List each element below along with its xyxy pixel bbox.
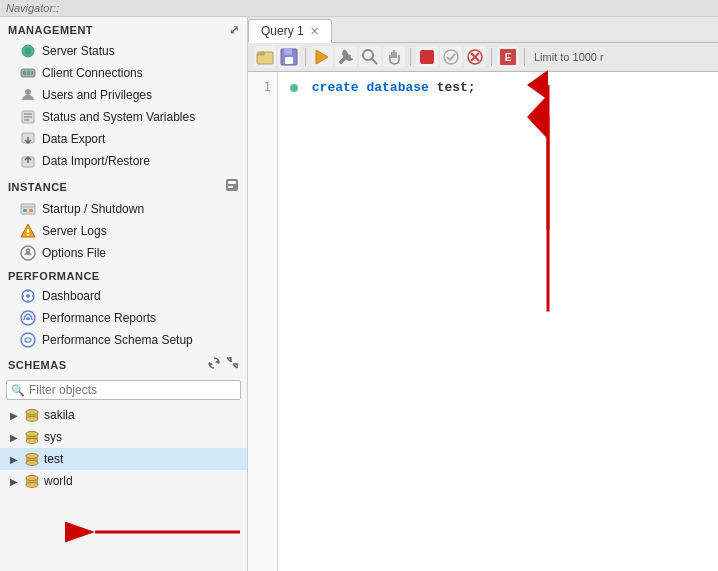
options-file-icon xyxy=(20,245,36,261)
check-button[interactable] xyxy=(440,46,462,68)
users-icon xyxy=(20,87,36,103)
hand-button[interactable] xyxy=(383,46,405,68)
svg-point-59 xyxy=(363,50,373,60)
database-icon-world xyxy=(24,473,40,489)
server-logs-icon xyxy=(20,223,36,239)
svg-rect-15 xyxy=(228,186,233,188)
sidebar-item-server-status[interactable]: Server Status xyxy=(0,40,247,62)
svg-rect-3 xyxy=(23,71,26,75)
schemas-refresh-icon[interactable] xyxy=(207,356,221,373)
tools-button[interactable] xyxy=(335,46,357,68)
svg-marker-31 xyxy=(209,362,213,366)
sidebar-item-client-connections[interactable]: Client Connections xyxy=(0,62,247,84)
svg-rect-61 xyxy=(420,50,434,64)
sidebar-item-options-file[interactable]: Options File xyxy=(0,242,247,264)
sidebar-item-startup-shutdown[interactable]: Startup / Shutdown xyxy=(0,198,247,220)
sidebar-item-performance-reports[interactable]: Performance Reports xyxy=(0,307,247,329)
svg-rect-4 xyxy=(27,71,30,75)
toolbar-sep-4 xyxy=(524,48,525,66)
database-icon-sys xyxy=(24,429,40,445)
main-content: Query 1 ✕ xyxy=(248,17,718,571)
schema-item-test[interactable]: ▶ test xyxy=(0,448,247,470)
instance-icon xyxy=(225,178,239,195)
performance-reports-icon xyxy=(20,310,36,326)
toolbar: E Limit to 1000 r xyxy=(248,43,718,72)
schema-item-sys[interactable]: ▶ sys xyxy=(0,426,247,448)
toolbar-sep-3 xyxy=(491,48,492,66)
tab-bar: Query 1 ✕ xyxy=(248,17,718,43)
svg-point-25 xyxy=(26,294,30,298)
title-bar: Navigator:: xyxy=(0,0,718,17)
svg-point-51 xyxy=(26,482,38,487)
editor-content[interactable]: create database test; xyxy=(278,72,718,571)
svg-point-36 xyxy=(26,416,38,421)
schema-expand-arrow-test[interactable]: ▶ xyxy=(10,454,20,465)
svg-rect-19 xyxy=(29,209,33,212)
svg-point-6 xyxy=(25,89,31,95)
execute-button[interactable] xyxy=(311,46,333,68)
dashboard-icon xyxy=(20,288,36,304)
svg-marker-58 xyxy=(316,50,328,64)
database-icon-sakila xyxy=(24,407,40,423)
data-import-icon xyxy=(20,153,36,169)
schema-item-world[interactable]: ▶ world xyxy=(0,470,247,492)
svg-rect-18 xyxy=(23,209,27,212)
sidebar-item-server-logs[interactable]: Server Logs xyxy=(0,220,247,242)
svg-point-62 xyxy=(444,50,458,64)
open-file-button[interactable] xyxy=(254,46,276,68)
svg-text:E: E xyxy=(505,52,512,63)
database-icon-test xyxy=(24,451,40,467)
schemas-header: SCHEMAS xyxy=(0,351,247,376)
save-button[interactable] xyxy=(278,46,300,68)
search-button[interactable] xyxy=(359,46,381,68)
limit-label: Limit to 1000 r xyxy=(534,51,604,63)
navigator-label: Navigator:: xyxy=(6,2,59,14)
svg-point-48 xyxy=(26,453,38,458)
svg-marker-30 xyxy=(215,360,219,364)
svg-rect-14 xyxy=(228,181,236,184)
sidebar-item-data-export[interactable]: Data Export xyxy=(0,128,247,150)
sidebar-item-data-import[interactable]: Data Import/Restore xyxy=(0,150,247,172)
toolbar-sep-2 xyxy=(410,48,411,66)
sidebar-item-dashboard[interactable]: Dashboard xyxy=(0,285,247,307)
sidebar-item-users-and-privileges[interactable]: Users and Privileges xyxy=(0,84,247,106)
schema-expand-arrow-sakila[interactable]: ▶ xyxy=(10,410,20,421)
cancel-button[interactable] xyxy=(464,46,486,68)
sidebar-item-performance-schema[interactable]: Performance Schema Setup xyxy=(0,329,247,351)
tab-query1[interactable]: Query 1 ✕ xyxy=(248,19,332,43)
stop-button[interactable] xyxy=(416,46,438,68)
svg-point-22 xyxy=(27,234,29,236)
filter-search-icon: 🔍 xyxy=(11,384,25,397)
performance-schema-icon xyxy=(20,332,36,348)
line-numbers: 1 xyxy=(248,72,278,571)
filter-input[interactable] xyxy=(29,383,236,397)
sidebar-item-status-system-variables[interactable]: Status and System Variables xyxy=(0,106,247,128)
tab-close-button[interactable]: ✕ xyxy=(310,25,319,38)
svg-point-38 xyxy=(26,409,38,414)
toolbar-sep-1 xyxy=(305,48,306,66)
management-header: MANAGEMENT ⤢ xyxy=(0,17,247,40)
svg-rect-56 xyxy=(284,49,292,55)
schema-item-sakila[interactable]: ▶ sakila xyxy=(0,404,247,426)
svg-point-46 xyxy=(26,460,38,465)
filter-box[interactable]: 🔍 xyxy=(6,380,241,400)
performance-header: PERFORMANCE xyxy=(0,264,247,285)
management-expand-icon[interactable]: ⤢ xyxy=(229,23,240,37)
svg-rect-13 xyxy=(226,179,238,191)
svg-point-43 xyxy=(26,431,38,436)
schemas-expand-icon[interactable] xyxy=(225,356,239,373)
svg-line-60 xyxy=(372,59,377,64)
svg-rect-57 xyxy=(285,57,293,64)
svg-point-1 xyxy=(25,48,31,54)
startup-icon xyxy=(20,201,36,217)
execution-dot xyxy=(290,84,298,92)
schema-expand-arrow-sys[interactable]: ▶ xyxy=(10,432,20,443)
export-results-button[interactable]: E xyxy=(497,46,519,68)
query-editor[interactable]: 1 create database test; xyxy=(248,72,718,571)
svg-point-41 xyxy=(26,438,38,443)
svg-rect-16 xyxy=(21,204,35,214)
schema-expand-arrow-world[interactable]: ▶ xyxy=(10,476,20,487)
status-variables-icon xyxy=(20,109,36,125)
svg-rect-5 xyxy=(31,71,33,75)
data-export-icon xyxy=(20,131,36,147)
